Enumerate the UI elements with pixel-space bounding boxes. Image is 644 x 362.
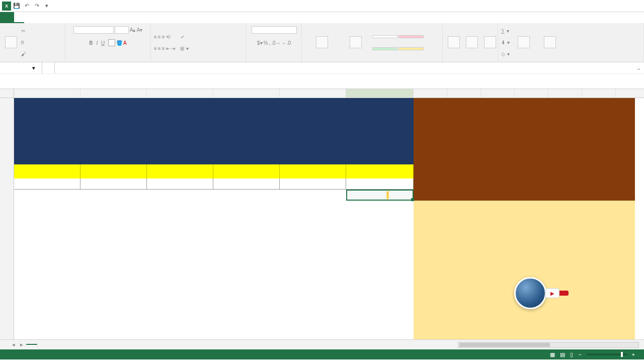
- col-header-B[interactable]: [80, 89, 147, 98]
- restore-icon[interactable]: [621, 2, 629, 10]
- align-middle-icon[interactable]: ≡: [158, 34, 161, 40]
- insert-cells-button[interactable]: [446, 36, 462, 49]
- table-row[interactable]: [14, 178, 414, 190]
- style-bad[interactable]: [398, 35, 424, 38]
- col-header-J[interactable]: [515, 89, 548, 98]
- delete-cells-button[interactable]: [464, 36, 480, 49]
- avatar: [514, 277, 546, 309]
- col-header-D[interactable]: [213, 89, 280, 98]
- font-family-selector[interactable]: [73, 26, 114, 34]
- help-icon[interactable]: [585, 2, 593, 10]
- decrease-font-icon[interactable]: A▾: [137, 27, 143, 33]
- view-page-break-icon[interactable]: ▯: [570, 351, 573, 358]
- col-header-I[interactable]: [481, 89, 515, 98]
- style-neutral[interactable]: [398, 47, 424, 50]
- col-header-A[interactable]: [14, 89, 80, 98]
- text-cursor-icon: [387, 192, 388, 199]
- align-right-icon[interactable]: ≡: [162, 46, 165, 51]
- ribbon-options-icon[interactable]: [597, 2, 605, 10]
- redo-icon[interactable]: ↷: [32, 2, 41, 11]
- sign-in-link[interactable]: [634, 12, 644, 23]
- sheet-tab-sheet1[interactable]: [26, 344, 37, 346]
- fill-color-button[interactable]: 🪣: [116, 40, 122, 46]
- sheet-nav-next-icon[interactable]: ▸: [18, 341, 25, 348]
- font-size-selector[interactable]: [115, 26, 129, 34]
- save-icon[interactable]: 💾: [12, 2, 21, 11]
- increase-indent-icon[interactable]: ⇥: [171, 46, 175, 51]
- zoom-out-icon[interactable]: −: [578, 351, 581, 357]
- col-header-H[interactable]: [447, 89, 481, 98]
- conditional-formatting-button[interactable]: [305, 36, 339, 49]
- border-button[interactable]: [108, 39, 115, 46]
- qat-customize-icon[interactable]: ▾: [42, 2, 51, 11]
- percent-format-icon[interactable]: %: [264, 40, 268, 46]
- font-color-button[interactable]: A: [123, 40, 127, 46]
- status-bar: ▦ ▤ ▯ − +: [0, 349, 644, 359]
- horizontal-scrollbar[interactable]: [45, 342, 644, 348]
- italic-button[interactable]: I: [96, 40, 98, 46]
- expand-formula-bar-icon[interactable]: ⌄: [633, 65, 644, 71]
- orientation-icon[interactable]: ⟲: [166, 34, 170, 40]
- col-header-F[interactable]: [346, 89, 414, 98]
- tab-page-layout[interactable]: [34, 12, 44, 23]
- tab-formulas[interactable]: [44, 12, 54, 23]
- format-as-table-button[interactable]: [341, 36, 370, 49]
- name-box[interactable]: ▾: [0, 62, 42, 73]
- minimize-icon[interactable]: [609, 2, 617, 10]
- tab-insert[interactable]: [24, 12, 34, 23]
- group-alignment-label: [154, 61, 243, 61]
- align-left-icon[interactable]: ≡: [154, 46, 157, 51]
- style-good[interactable]: [372, 47, 397, 50]
- clear-button[interactable]: ◇ ▾: [501, 49, 510, 60]
- style-normal[interactable]: [372, 35, 397, 38]
- align-top-icon[interactable]: ≡: [154, 34, 157, 40]
- cut-button[interactable]: ✂: [21, 26, 27, 37]
- view-normal-icon[interactable]: ▦: [550, 351, 555, 358]
- tab-view[interactable]: [74, 12, 85, 23]
- number-format-selector[interactable]: [252, 26, 297, 34]
- active-cell-editor[interactable]: [346, 190, 414, 201]
- wrap-text-button[interactable]: ⤶: [180, 31, 189, 42]
- format-painter-button[interactable]: 🖌: [21, 49, 27, 60]
- view-page-layout-icon[interactable]: ▤: [560, 351, 565, 358]
- format-cells-button[interactable]: [482, 36, 498, 49]
- col-header-K[interactable]: [548, 89, 582, 98]
- select-all-triangle[interactable]: [0, 89, 14, 98]
- zoom-in-icon[interactable]: +: [632, 351, 635, 357]
- underline-button[interactable]: U: [101, 40, 105, 46]
- align-bottom-icon[interactable]: ≡: [162, 34, 165, 40]
- zoom-slider[interactable]: [587, 353, 627, 355]
- undo-icon[interactable]: ↶: [22, 2, 31, 11]
- cells-container[interactable]: [14, 98, 644, 339]
- close-icon[interactable]: [633, 2, 641, 10]
- banner-title: [14, 98, 414, 164]
- col-header-L[interactable]: [582, 89, 616, 98]
- merge-center-button[interactable]: ⊞ ▾: [180, 43, 189, 54]
- find-select-button[interactable]: [538, 36, 562, 49]
- decrease-indent-icon[interactable]: ⇤: [166, 46, 170, 51]
- subscribe-button[interactable]: [549, 291, 569, 296]
- tab-developer[interactable]: [85, 12, 95, 23]
- col-header-G[interactable]: [414, 89, 447, 98]
- col-header-C[interactable]: [147, 89, 213, 98]
- copy-button[interactable]: ⎘: [21, 37, 27, 48]
- sheet-nav-prev-icon[interactable]: ◂: [10, 341, 17, 348]
- tab-home[interactable]: [14, 12, 24, 23]
- accounting-format-icon[interactable]: $▾: [257, 40, 263, 46]
- tab-file[interactable]: [0, 12, 14, 23]
- align-center-icon[interactable]: ≡: [158, 46, 161, 51]
- autosum-button[interactable]: ∑ ▾: [501, 26, 510, 37]
- fill-button[interactable]: ⬇ ▾: [501, 37, 510, 48]
- increase-font-icon[interactable]: A▴: [130, 27, 136, 33]
- col-header-E[interactable]: [280, 89, 346, 98]
- paste-button[interactable]: [3, 36, 19, 49]
- increase-decimal-icon[interactable]: .0→: [271, 40, 280, 46]
- decrease-decimal-icon[interactable]: ←.0: [282, 40, 291, 46]
- tab-review[interactable]: [64, 12, 74, 23]
- sort-filter-button[interactable]: [512, 36, 536, 49]
- name-box-input[interactable]: [2, 65, 32, 71]
- ribbon: ✂ ⎘ 🖌 A▴ A▾ B I U 🪣 A: [0, 23, 644, 62]
- comma-format-icon[interactable]: ,: [269, 40, 271, 46]
- tab-data[interactable]: [54, 12, 64, 23]
- bold-button[interactable]: B: [89, 40, 93, 46]
